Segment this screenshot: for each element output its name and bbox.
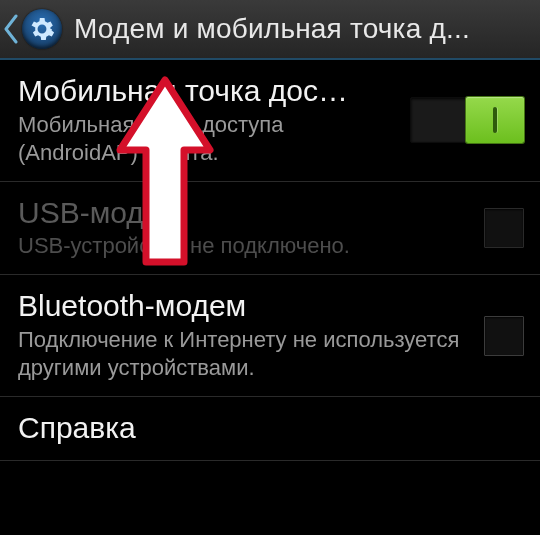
row-subtitle: USB-устройство не подключено. bbox=[18, 232, 472, 260]
settings-gear-icon bbox=[22, 9, 62, 49]
row-title: Мобильная точка дос… bbox=[18, 74, 398, 109]
row-bluetooth-tethering[interactable]: Bluetooth-модем Подключение к Интернету … bbox=[0, 275, 540, 397]
back-button[interactable] bbox=[0, 0, 74, 58]
chevron-left-icon bbox=[2, 14, 20, 44]
row-help[interactable]: Справка bbox=[0, 397, 540, 461]
row-mobile-hotspot[interactable]: Мобильная точка дос… Мобильная точка дос… bbox=[0, 60, 540, 182]
header-bar: Модем и мобильная точка д... bbox=[0, 0, 540, 60]
row-subtitle: Подключение к Интернету не используется … bbox=[18, 326, 472, 382]
usb-checkbox bbox=[484, 208, 524, 248]
bluetooth-checkbox[interactable] bbox=[484, 316, 524, 356]
row-title: Bluetooth-модем bbox=[18, 289, 472, 324]
row-title: Справка bbox=[18, 411, 512, 446]
row-usb-tethering: USB-модем USB-устройство не подключено. bbox=[0, 182, 540, 276]
row-subtitle: Мобильная точка доступа (AndroidAP) заня… bbox=[18, 111, 398, 167]
row-title: USB-модем bbox=[18, 196, 472, 231]
hotspot-toggle[interactable] bbox=[410, 97, 524, 143]
page-title: Модем и мобильная точка д... bbox=[74, 13, 536, 45]
